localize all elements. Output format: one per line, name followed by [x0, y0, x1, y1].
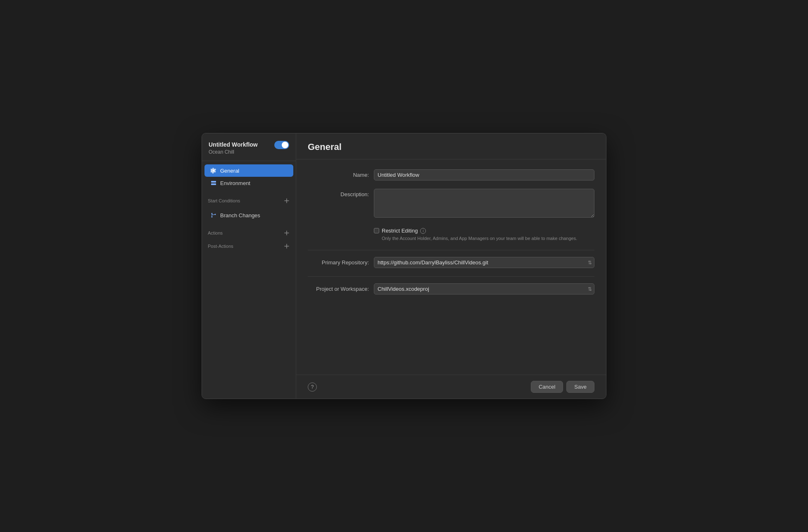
server-icon: [210, 180, 217, 186]
name-label: Name:: [308, 169, 374, 178]
nav-branch-changes-label: Branch Changes: [220, 212, 260, 218]
actions-label: Actions: [208, 230, 223, 235]
main-content: General Name: Description:: [296, 133, 606, 399]
divider-2: [308, 276, 594, 277]
post-actions-label: Post-Actions: [208, 244, 233, 249]
actions-header: Actions: [202, 225, 296, 238]
start-conditions-add-btn[interactable]: [283, 197, 290, 204]
nav-item-environment[interactable]: Environment: [204, 177, 293, 189]
post-actions-header: Post-Actions: [202, 238, 296, 251]
main-body: Name: Description: Restrict Editing: [296, 159, 606, 375]
primary-repo-label: Primary Repository:: [308, 257, 374, 266]
description-input[interactable]: [374, 189, 594, 218]
workflow-subtitle: Ocean Chill: [209, 149, 258, 155]
info-icon[interactable]: i: [420, 228, 426, 234]
post-actions-add-btn[interactable]: [283, 243, 290, 249]
svg-rect-0: [211, 181, 216, 183]
header-row: Untitled Workflow Ocean Chill: [209, 141, 289, 155]
nav-item-branch-changes[interactable]: Branch Changes: [204, 209, 293, 221]
project-workspace-wrapper: ChillVideos.xcodeproj ⇅: [374, 283, 594, 294]
description-label: Description:: [308, 189, 374, 197]
nav-environment-label: Environment: [220, 180, 250, 186]
svg-rect-1: [211, 183, 216, 185]
name-row: Name:: [308, 169, 594, 180]
sidebar: Untitled Workflow Ocean Chill General: [202, 133, 296, 399]
primary-repo-row: Primary Repository: https://github.com/D…: [308, 257, 594, 268]
start-conditions-header: Start Conditions: [202, 192, 296, 206]
project-workspace-row: Project or Workspace: ChillVideos.xcodep…: [308, 283, 594, 294]
description-field-wrapper: [374, 189, 594, 219]
workflow-info: Untitled Workflow Ocean Chill: [209, 141, 258, 155]
restrict-title-row: Restrict Editing i: [374, 228, 577, 234]
start-conditions-nav: Branch Changes: [202, 206, 296, 225]
name-field-wrapper: [374, 169, 594, 180]
restrict-editing-description: Only the Account Holder, Admins, and App…: [374, 235, 577, 242]
branch-icon: [210, 212, 217, 218]
svg-point-3: [212, 216, 213, 218]
primary-repo-wrapper: https://github.com/DarrylBayliss/ChillVi…: [374, 257, 594, 268]
start-conditions-label: Start Conditions: [208, 198, 240, 203]
actions-add-btn[interactable]: [283, 230, 290, 236]
restrict-editing-content: Restrict Editing i Only the Account Hold…: [374, 228, 577, 242]
restrict-editing-checkbox[interactable]: [374, 228, 379, 233]
cancel-button[interactable]: Cancel: [531, 381, 563, 393]
restrict-editing-row: Restrict Editing i Only the Account Hold…: [308, 228, 594, 242]
save-button[interactable]: Save: [566, 381, 594, 393]
workflow-title: Untitled Workflow: [209, 141, 258, 148]
description-row: Description:: [308, 189, 594, 219]
nav-general-label: General: [220, 168, 239, 174]
divider-1: [308, 250, 594, 250]
restrict-editing-label: Restrict Editing: [382, 228, 418, 234]
project-workspace-select[interactable]: ChillVideos.xcodeproj: [374, 283, 594, 294]
main-header: General: [296, 133, 606, 159]
workflow-window: Untitled Workflow Ocean Chill General: [202, 133, 606, 399]
project-workspace-label: Project or Workspace:: [308, 283, 374, 292]
sidebar-header: Untitled Workflow Ocean Chill: [202, 133, 296, 161]
page-title: General: [308, 142, 594, 152]
nav-section-main: General Environment: [202, 161, 296, 192]
svg-point-2: [212, 213, 213, 214]
nav-item-general[interactable]: General: [204, 164, 293, 177]
primary-repo-select[interactable]: https://github.com/DarrylBayliss/ChillVi…: [374, 257, 594, 268]
gear-icon: [210, 167, 217, 174]
name-input[interactable]: [374, 169, 594, 180]
help-button[interactable]: ?: [308, 382, 317, 392]
main-footer: ? Cancel Save: [296, 375, 606, 399]
workflow-toggle[interactable]: [274, 141, 289, 149]
footer-buttons: Cancel Save: [531, 381, 594, 393]
